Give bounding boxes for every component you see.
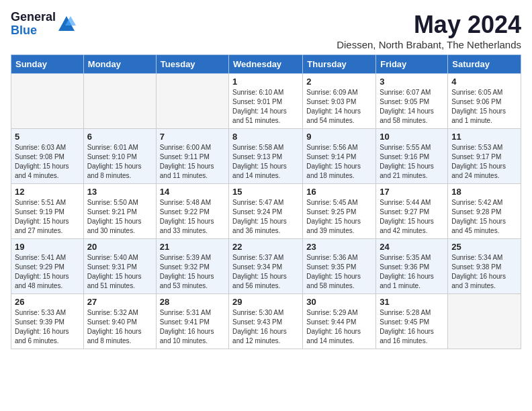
calendar-cell: 30Sunrise: 5:29 AM Sunset: 9:44 PM Dayli… bbox=[303, 294, 376, 349]
calendar-cell: 7Sunrise: 6:00 AM Sunset: 9:11 PM Daylig… bbox=[156, 129, 228, 184]
calendar-cell: 21Sunrise: 5:39 AM Sunset: 9:32 PM Dayli… bbox=[156, 239, 228, 294]
calendar-cell: 25Sunrise: 5:34 AM Sunset: 9:38 PM Dayli… bbox=[448, 239, 521, 294]
calendar-week-row: 5Sunrise: 6:03 AM Sunset: 9:08 PM Daylig… bbox=[11, 129, 521, 184]
month-title: May 2024 bbox=[337, 11, 521, 39]
day-info: Sunrise: 5:58 AM Sunset: 9:13 PM Dayligh… bbox=[232, 143, 299, 181]
calendar-cell: 31Sunrise: 5:28 AM Sunset: 9:45 PM Dayli… bbox=[376, 294, 448, 349]
calendar-week-row: 26Sunrise: 5:33 AM Sunset: 9:39 PM Dayli… bbox=[11, 294, 521, 349]
day-info: Sunrise: 5:35 AM Sunset: 9:36 PM Dayligh… bbox=[380, 253, 444, 291]
day-number: 20 bbox=[87, 242, 152, 252]
day-info: Sunrise: 5:41 AM Sunset: 9:29 PM Dayligh… bbox=[15, 253, 80, 291]
day-number: 23 bbox=[306, 242, 372, 252]
weekday-header: Tuesday bbox=[156, 55, 228, 74]
calendar-cell bbox=[448, 294, 521, 349]
calendar-cell: 6Sunrise: 6:01 AM Sunset: 9:10 PM Daylig… bbox=[83, 129, 156, 184]
day-info: Sunrise: 5:50 AM Sunset: 9:21 PM Dayligh… bbox=[87, 198, 152, 236]
calendar-cell: 19Sunrise: 5:41 AM Sunset: 9:29 PM Dayli… bbox=[11, 239, 84, 294]
day-number: 8 bbox=[232, 132, 299, 142]
day-number: 10 bbox=[380, 132, 444, 142]
calendar-cell: 12Sunrise: 5:51 AM Sunset: 9:19 PM Dayli… bbox=[11, 184, 84, 239]
day-info: Sunrise: 6:09 AM Sunset: 9:03 PM Dayligh… bbox=[306, 88, 372, 126]
day-number: 28 bbox=[160, 297, 225, 307]
calendar-cell: 1Sunrise: 6:10 AM Sunset: 9:01 PM Daylig… bbox=[229, 74, 303, 129]
logo: General Blue bbox=[11, 11, 76, 38]
day-info: Sunrise: 5:47 AM Sunset: 9:24 PM Dayligh… bbox=[232, 198, 299, 236]
day-info: Sunrise: 5:56 AM Sunset: 9:14 PM Dayligh… bbox=[306, 143, 372, 181]
day-info: Sunrise: 5:55 AM Sunset: 9:16 PM Dayligh… bbox=[380, 143, 444, 181]
day-info: Sunrise: 5:48 AM Sunset: 9:22 PM Dayligh… bbox=[160, 198, 225, 236]
day-info: Sunrise: 5:37 AM Sunset: 9:34 PM Dayligh… bbox=[232, 253, 299, 291]
day-info: Sunrise: 5:42 AM Sunset: 9:28 PM Dayligh… bbox=[451, 198, 517, 236]
day-info: Sunrise: 5:40 AM Sunset: 9:31 PM Dayligh… bbox=[87, 253, 152, 291]
location: Diessen, North Brabant, The Netherlands bbox=[337, 39, 521, 50]
day-number: 5 bbox=[15, 132, 80, 142]
day-number: 3 bbox=[380, 77, 444, 87]
calendar-cell: 10Sunrise: 5:55 AM Sunset: 9:16 PM Dayli… bbox=[376, 129, 448, 184]
calendar-cell: 2Sunrise: 6:09 AM Sunset: 9:03 PM Daylig… bbox=[303, 74, 376, 129]
day-number: 30 bbox=[306, 297, 372, 307]
day-number: 6 bbox=[87, 132, 152, 142]
calendar-cell: 28Sunrise: 5:31 AM Sunset: 9:41 PM Dayli… bbox=[156, 294, 228, 349]
calendar-cell: 20Sunrise: 5:40 AM Sunset: 9:31 PM Dayli… bbox=[83, 239, 156, 294]
day-number: 25 bbox=[451, 242, 517, 252]
calendar-cell: 16Sunrise: 5:45 AM Sunset: 9:25 PM Dayli… bbox=[303, 184, 376, 239]
calendar-cell: 26Sunrise: 5:33 AM Sunset: 9:39 PM Dayli… bbox=[11, 294, 84, 349]
day-info: Sunrise: 5:30 AM Sunset: 9:43 PM Dayligh… bbox=[232, 308, 299, 346]
day-number: 16 bbox=[306, 187, 372, 197]
day-number: 12 bbox=[15, 187, 80, 197]
day-number: 31 bbox=[380, 297, 444, 307]
calendar-table: SundayMondayTuesdayWednesdayThursdayFrid… bbox=[11, 54, 521, 349]
weekday-header: Saturday bbox=[448, 55, 521, 74]
day-info: Sunrise: 6:10 AM Sunset: 9:01 PM Dayligh… bbox=[232, 88, 299, 126]
day-info: Sunrise: 5:51 AM Sunset: 9:19 PM Dayligh… bbox=[15, 198, 80, 236]
day-number: 18 bbox=[451, 187, 517, 197]
weekday-header: Sunday bbox=[11, 55, 84, 74]
calendar-week-row: 19Sunrise: 5:41 AM Sunset: 9:29 PM Dayli… bbox=[11, 239, 521, 294]
day-number: 27 bbox=[87, 297, 152, 307]
day-number: 14 bbox=[160, 187, 225, 197]
calendar-cell: 29Sunrise: 5:30 AM Sunset: 9:43 PM Dayli… bbox=[229, 294, 303, 349]
calendar-week-row: 1Sunrise: 6:10 AM Sunset: 9:01 PM Daylig… bbox=[11, 74, 521, 129]
day-info: Sunrise: 5:34 AM Sunset: 9:38 PM Dayligh… bbox=[451, 253, 517, 291]
day-info: Sunrise: 5:36 AM Sunset: 9:35 PM Dayligh… bbox=[306, 253, 372, 291]
day-info: Sunrise: 6:01 AM Sunset: 9:10 PM Dayligh… bbox=[87, 143, 152, 181]
day-number: 4 bbox=[451, 77, 517, 87]
day-number: 17 bbox=[380, 187, 444, 197]
calendar-cell: 17Sunrise: 5:44 AM Sunset: 9:27 PM Dayli… bbox=[376, 184, 448, 239]
day-number: 29 bbox=[232, 297, 299, 307]
weekday-header: Wednesday bbox=[229, 55, 303, 74]
day-number: 9 bbox=[306, 132, 372, 142]
day-info: Sunrise: 5:33 AM Sunset: 9:39 PM Dayligh… bbox=[15, 308, 80, 346]
calendar-cell bbox=[11, 74, 84, 129]
calendar-cell: 3Sunrise: 6:07 AM Sunset: 9:05 PM Daylig… bbox=[376, 74, 448, 129]
day-number: 26 bbox=[15, 297, 80, 307]
logo-blue: Blue bbox=[11, 24, 56, 38]
day-number: 1 bbox=[232, 77, 299, 87]
day-info: Sunrise: 5:45 AM Sunset: 9:25 PM Dayligh… bbox=[306, 198, 372, 236]
logo-general: General bbox=[11, 11, 56, 24]
title-area: May 2024 Diessen, North Brabant, The Net… bbox=[337, 11, 521, 50]
day-number: 22 bbox=[232, 242, 299, 252]
weekday-header-row: SundayMondayTuesdayWednesdayThursdayFrid… bbox=[11, 55, 521, 74]
day-info: Sunrise: 6:00 AM Sunset: 9:11 PM Dayligh… bbox=[160, 143, 225, 181]
weekday-header: Friday bbox=[376, 55, 448, 74]
day-info: Sunrise: 6:07 AM Sunset: 9:05 PM Dayligh… bbox=[380, 88, 444, 126]
calendar-cell: 4Sunrise: 6:05 AM Sunset: 9:06 PM Daylig… bbox=[448, 74, 521, 129]
calendar-cell: 27Sunrise: 5:32 AM Sunset: 9:40 PM Dayli… bbox=[83, 294, 156, 349]
day-number: 2 bbox=[306, 77, 372, 87]
page-header: General Blue May 2024 Diessen, North Bra… bbox=[11, 11, 521, 50]
day-number: 21 bbox=[160, 242, 225, 252]
calendar-cell: 24Sunrise: 5:35 AM Sunset: 9:36 PM Dayli… bbox=[376, 239, 448, 294]
day-number: 19 bbox=[15, 242, 80, 252]
day-info: Sunrise: 6:05 AM Sunset: 9:06 PM Dayligh… bbox=[451, 88, 517, 126]
calendar-cell: 22Sunrise: 5:37 AM Sunset: 9:34 PM Dayli… bbox=[229, 239, 303, 294]
day-number: 7 bbox=[160, 132, 225, 142]
calendar-cell: 5Sunrise: 6:03 AM Sunset: 9:08 PM Daylig… bbox=[11, 129, 84, 184]
day-info: Sunrise: 5:53 AM Sunset: 9:17 PM Dayligh… bbox=[451, 143, 517, 181]
weekday-header: Thursday bbox=[303, 55, 376, 74]
calendar-cell: 18Sunrise: 5:42 AM Sunset: 9:28 PM Dayli… bbox=[448, 184, 521, 239]
day-info: Sunrise: 5:31 AM Sunset: 9:41 PM Dayligh… bbox=[160, 308, 225, 346]
calendar-cell: 14Sunrise: 5:48 AM Sunset: 9:22 PM Dayli… bbox=[156, 184, 228, 239]
day-number: 15 bbox=[232, 187, 299, 197]
calendar-cell bbox=[83, 74, 156, 129]
